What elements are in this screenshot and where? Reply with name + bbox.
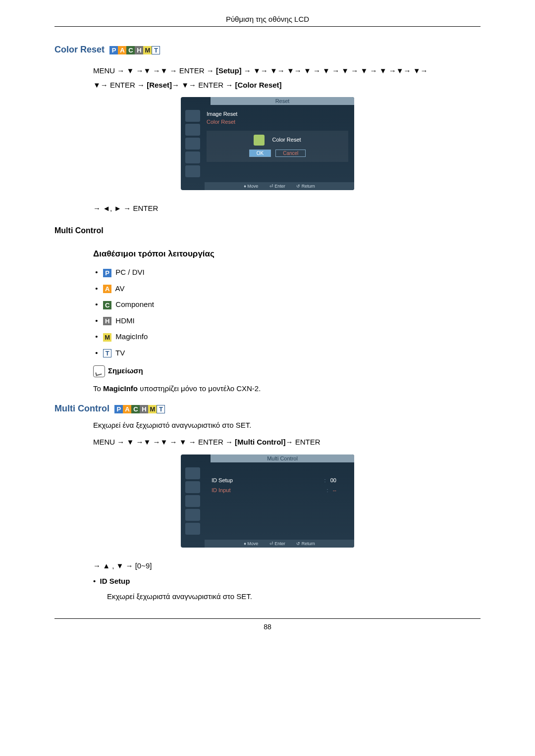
available-modes-heading: Διαθέσιμοι τρόποι λειτουργίας	[93, 249, 481, 259]
osd-side-icons	[181, 105, 205, 182]
osd-icon	[185, 110, 200, 122]
multi-control-heading: Multi Control	[54, 226, 481, 235]
modes-list: • P PC / DVI • A AV • C Component • H HD…	[93, 268, 481, 357]
mode-badge-c-icon: C	[103, 301, 111, 309]
mode-badge-a-icon: A	[123, 405, 131, 413]
list-item: • T TV	[93, 349, 481, 358]
osd-cancel-button[interactable]: Cancel	[275, 150, 306, 157]
note-label: Σημείωση	[108, 366, 143, 375]
osd-icon	[185, 151, 200, 163]
nav-tag-setup: [Setup]	[216, 66, 242, 75]
osd-row-id-input: ID Input : --	[207, 485, 348, 495]
nav-text: MENU → ▼ →▼ →▼ → ▼ → ENTER →	[93, 438, 235, 446]
osd-icon	[185, 495, 200, 507]
osd-item-image-reset: Image Reset	[207, 110, 348, 118]
mode-label: AV	[115, 284, 125, 293]
mode-badge-h-icon: H	[135, 46, 143, 54]
mode-badge-h-icon: H	[140, 405, 148, 413]
osd-ok-button[interactable]: OK	[249, 150, 271, 157]
mode-badge-m-icon: M	[103, 333, 111, 342]
nav-tag-reset: [Reset]	[147, 81, 172, 89]
osd-row-id-setup: ID Setup : 00	[207, 475, 348, 485]
mode-badge-a-icon: A	[118, 46, 126, 54]
color-reset-bottom-nav: → ◄, ► → ENTER	[93, 204, 481, 212]
osd-icon	[185, 138, 200, 150]
osd-icon	[185, 165, 200, 177]
osd-title: Multi Control	[211, 454, 354, 462]
footer-divider	[54, 618, 481, 619]
osd-icon	[185, 124, 200, 136]
osd-title: Reset	[211, 97, 354, 105]
mode-label: Component	[115, 300, 154, 308]
info-icon	[254, 135, 265, 146]
nav-tag-multi-control: [Multi Control]	[235, 438, 285, 446]
osd-icon	[185, 467, 200, 479]
osd-row-value: --	[333, 487, 336, 493]
osd-footer-enter: ⏎ Enter	[269, 184, 285, 189]
osd-content: ID Setup : 00 ID Input : --	[205, 462, 354, 540]
note-magicinfo: MagicInfo	[103, 384, 138, 393]
list-item: • M MagicInfo	[93, 332, 481, 342]
mode-badge-t-icon: T	[157, 405, 165, 413]
osd-row-sep: :	[324, 477, 326, 483]
list-item: • A AV	[93, 284, 481, 294]
nav-text: ▼→ ENTER →	[93, 81, 147, 89]
osd-side-icons	[181, 462, 205, 540]
page-number: 88	[54, 623, 481, 631]
multi-control-nav-steps: MENU → ▼ →▼ →▼ → ▼ → ENTER → [Multi Cont…	[93, 435, 481, 450]
color-reset-heading: Color Reset	[54, 45, 105, 55]
note-text: Το MagicInfo υποστηρίζει μόνο το μοντέλο…	[93, 384, 481, 393]
multi-control-heading-2: Multi Control	[54, 403, 109, 414]
note-heading: Σημείωση	[93, 365, 481, 377]
mode-badge-a-icon: A	[103, 285, 111, 293]
nav-text: → ▼→ ENTER →	[172, 81, 235, 89]
mode-badge-p-icon: P	[109, 46, 118, 54]
mode-label: PC / DVI	[115, 268, 144, 276]
mode-badge-p-icon: P	[114, 405, 123, 413]
id-setup-label: ID Setup	[100, 577, 130, 585]
mode-badge-h-icon: H	[103, 317, 111, 325]
nav-text: → ▼→ ▼→ ▼→ ▼ → ▼ → ▼ → ▼ → ▼ →▼→ ▼→	[242, 66, 428, 75]
osd-footer-return: ↺ Return	[296, 541, 315, 546]
osd-content: Image Reset Color Reset Color Reset OK C…	[205, 105, 354, 182]
note-body-suffix: υποστηρίζει μόνο το μοντέλο CXN-2.	[138, 384, 261, 393]
multi-control-badges: PACHMT	[114, 404, 165, 413]
multi-control-detail: Multi Control PACHMT Εκχωρεί ένα ξεχωρισ…	[54, 393, 481, 601]
osd-row-label: ID Setup	[212, 477, 233, 483]
osd-row-value: 00	[330, 477, 336, 483]
list-item: • C Component	[93, 300, 481, 309]
mode-badge-t-icon: T	[152, 46, 160, 54]
mode-label: HDMI	[115, 316, 134, 325]
osd-footer-return: ↺ Return	[296, 184, 315, 189]
list-item: • H HDMI	[93, 316, 481, 326]
mode-badge-p-icon: P	[103, 269, 111, 277]
osd-confirm-dialog: Color Reset OK Cancel	[207, 131, 348, 162]
id-setup-description: Εκχωρεί ξεχωριστά αναγνωριστικά στο SET.	[107, 592, 481, 601]
osd-footer: ♦ Move ⏎ Enter ↺ Return	[205, 182, 354, 190]
nav-tag-color-reset: [Color Reset]	[235, 81, 281, 89]
nav-text: MENU → ▼ →▼ →▼ → ENTER →	[93, 66, 216, 75]
multi-control-bottom-nav: → ▲ , ▼ → [0~9]	[93, 561, 481, 570]
multi-control-osd: Multi Control ID Setup : 00	[181, 454, 354, 548]
mode-badge-m-icon: M	[143, 46, 152, 54]
osd-icon	[185, 481, 200, 493]
nav-text: → ENTER	[286, 438, 321, 446]
note-body-prefix: Το	[93, 384, 103, 393]
mode-badge-c-icon: C	[131, 405, 140, 413]
mode-badge-m-icon: M	[148, 405, 157, 413]
mode-label: TV	[115, 349, 125, 357]
osd-footer-move: ♦ Move	[244, 541, 258, 546]
osd-icon	[185, 523, 200, 535]
osd-footer: ♦ Move ⏎ Enter ↺ Return	[205, 540, 354, 548]
multi-control-description: Εκχωρεί ένα ξεχωριστό αναγνωριστικό στο …	[93, 421, 481, 429]
mode-label: MagicInfo	[115, 332, 148, 341]
color-reset-osd: Reset Image Reset Color Reset	[181, 97, 354, 190]
page: Ρύθμιση της οθόνης LCD Color Reset PACHM…	[0, 0, 535, 646]
osd-row-sep: :	[326, 487, 328, 493]
page-header-title: Ρύθμιση της οθόνης LCD	[54, 15, 481, 23]
osd-footer-enter: ⏎ Enter	[269, 541, 285, 546]
osd-dialog-title: Color Reset	[272, 137, 301, 143]
color-reset-section: Color Reset PACHMT MENU → ▼ →▼ →▼ → ENTE…	[54, 27, 481, 212]
osd-item-color-reset: Color Reset	[207, 118, 348, 126]
mode-badge-t-icon: T	[103, 349, 111, 357]
